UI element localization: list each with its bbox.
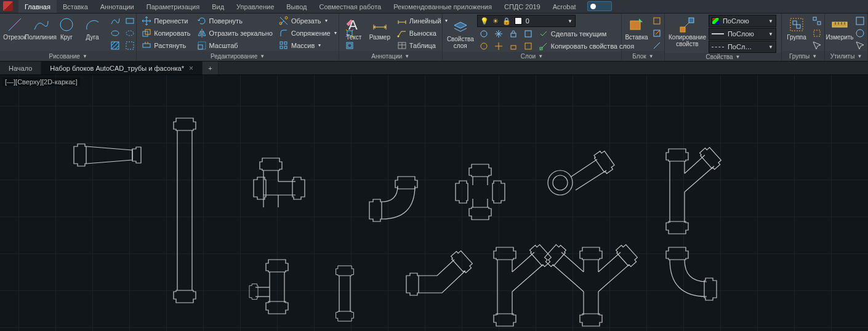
point-button[interactable] bbox=[123, 39, 137, 51]
scale-button[interactable]: Масштаб bbox=[195, 39, 275, 51]
layer-btn1[interactable] bbox=[477, 40, 491, 52]
layer-lock-button[interactable] bbox=[507, 28, 520, 39]
lightbulb-icon: 💡 bbox=[480, 17, 489, 25]
document-tab[interactable]: Набор блоков AutoCAD_трубы и фасонка* × bbox=[41, 62, 203, 74]
text-button[interactable]: A Текст bbox=[342, 15, 366, 42]
layer-btn2[interactable] bbox=[492, 40, 505, 52]
mirror-button[interactable]: Отразить зеркально bbox=[195, 27, 275, 39]
rotate-icon bbox=[197, 16, 207, 26]
layer-combo[interactable]: 💡 ☀ 🔒 0 ▼ bbox=[477, 15, 576, 27]
util-btn3[interactable] bbox=[853, 39, 867, 51]
table-button[interactable]: Таблица bbox=[395, 39, 450, 51]
tab-output[interactable]: Вывод bbox=[280, 0, 313, 13]
group-modify-title[interactable]: Редактирование▼ bbox=[137, 51, 338, 61]
circle-button[interactable]: Круг bbox=[54, 15, 79, 42]
close-icon[interactable]: × bbox=[189, 64, 193, 73]
color-swatch-icon bbox=[712, 17, 719, 25]
polygon-button[interactable] bbox=[123, 27, 137, 39]
polyline-button[interactable]: Полилиния bbox=[28, 15, 53, 42]
group-block-title[interactable]: Блок▼ bbox=[622, 51, 664, 61]
array-icon bbox=[279, 41, 289, 50]
group-layers-title[interactable]: Слои▼ bbox=[443, 52, 621, 61]
svg-rect-30 bbox=[511, 33, 516, 37]
spline-button[interactable] bbox=[108, 15, 122, 26]
group-utilities-title[interactable]: Утилиты▼ bbox=[825, 51, 867, 61]
leader-icon bbox=[397, 28, 407, 38]
hatch-button[interactable] bbox=[108, 39, 122, 51]
fillet-button[interactable]: Сопряжение▾ bbox=[276, 27, 339, 39]
sun-icon: ☀ bbox=[492, 17, 499, 25]
color-combo[interactable]: ПоСлою▼ bbox=[709, 15, 776, 27]
rect-button[interactable] bbox=[123, 15, 137, 26]
layer-btn3[interactable] bbox=[507, 40, 520, 52]
trim-button[interactable]: Обрезать▾ bbox=[276, 15, 339, 26]
util-btn2[interactable] bbox=[853, 27, 867, 39]
arc-icon bbox=[84, 16, 101, 33]
arc-button[interactable]: Дуга bbox=[80, 15, 105, 42]
ribbon-tab-strip: Главная Вставка Аннотации Параметризация… bbox=[0, 0, 868, 14]
ungroup-button[interactable] bbox=[810, 15, 824, 26]
match-props-button[interactable]: Копирование свойств bbox=[667, 15, 707, 49]
svg-rect-9 bbox=[126, 42, 134, 49]
group-properties-title[interactable]: Свойства▼ bbox=[665, 53, 781, 61]
linetype-combo[interactable]: ПоСл…▼ bbox=[709, 41, 776, 53]
tab-spds[interactable]: СПДС 2019 bbox=[498, 0, 547, 13]
tab-manage[interactable]: Управление bbox=[230, 0, 280, 13]
insert-block-button[interactable]: Вставка bbox=[624, 15, 649, 42]
tab-acrobat[interactable]: Acrobat bbox=[547, 0, 582, 13]
svg-line-0 bbox=[9, 18, 21, 31]
layer-freeze-button[interactable] bbox=[492, 28, 505, 39]
util-btn1[interactable] bbox=[853, 15, 867, 26]
ribbon: Отрезок Полилиния Круг Дуга bbox=[0, 14, 868, 62]
stretch-button[interactable]: Растянуть bbox=[139, 39, 193, 51]
tab-home[interactable]: Главная bbox=[18, 0, 57, 13]
ellipse-button[interactable] bbox=[108, 27, 122, 39]
svg-rect-12 bbox=[143, 44, 150, 47]
lineweight-combo[interactable]: ПоСлою▼ bbox=[709, 28, 776, 40]
svg-rect-33 bbox=[511, 46, 516, 49]
tab-insert[interactable]: Вставка bbox=[57, 0, 94, 13]
array-button[interactable]: Массив▾ bbox=[276, 39, 339, 51]
text-icon: A bbox=[345, 16, 363, 33]
make-current-button[interactable]: Сделать текущим bbox=[536, 28, 609, 39]
group-sel-button[interactable] bbox=[810, 39, 824, 51]
tab-view[interactable]: Вид bbox=[206, 0, 230, 13]
tab-collab[interactable]: Совместная работа bbox=[313, 0, 388, 13]
tab-featured[interactable]: Рекомендованные приложения bbox=[387, 0, 498, 13]
layer-props-button[interactable]: Свойства слоя bbox=[445, 17, 476, 50]
group-annotation-title[interactable]: Аннотации▼ bbox=[339, 51, 442, 61]
fillet-icon bbox=[279, 28, 289, 38]
move-button[interactable]: Перенести bbox=[139, 15, 193, 26]
copy-button[interactable]: Копировать bbox=[139, 27, 193, 39]
app-icon[interactable] bbox=[3, 1, 13, 11]
edit-block-button[interactable] bbox=[650, 27, 664, 39]
svg-line-6 bbox=[115, 46, 119, 49]
dimension-button[interactable]: Размер bbox=[368, 15, 392, 42]
group-icon bbox=[788, 16, 805, 33]
layer-btn4[interactable] bbox=[521, 40, 535, 52]
tab-annotate[interactable]: Аннотации bbox=[94, 0, 140, 13]
new-tab-button[interactable]: + bbox=[203, 62, 219, 74]
leader-button[interactable]: Выноска bbox=[395, 27, 450, 39]
drawing-canvas[interactable]: [—][Сверху][2D-каркас] bbox=[0, 75, 868, 331]
linear-dim-button[interactable]: Линейный▾ bbox=[395, 15, 450, 26]
group-groups-title[interactable]: Группы▼ bbox=[782, 51, 824, 61]
layer-iso-button[interactable] bbox=[521, 28, 535, 39]
svg-line-4 bbox=[111, 42, 115, 46]
mirror-icon bbox=[197, 28, 207, 38]
group-draw-title[interactable]: Рисование▼ bbox=[0, 51, 136, 61]
layer-off-button[interactable] bbox=[477, 28, 491, 39]
scale-icon bbox=[197, 41, 207, 50]
line-button[interactable]: Отрезок bbox=[2, 15, 27, 42]
record-indicator[interactable] bbox=[587, 1, 612, 11]
rotate-button[interactable]: Повернуть bbox=[195, 15, 275, 26]
measure-button[interactable]: Измерить bbox=[827, 15, 852, 42]
svg-rect-34 bbox=[525, 43, 531, 49]
create-block-button[interactable] bbox=[650, 15, 664, 26]
start-tab[interactable]: Начало bbox=[0, 62, 41, 74]
group-edit-button[interactable] bbox=[810, 27, 824, 39]
edit-attr-button[interactable] bbox=[650, 39, 664, 51]
group-button[interactable]: Группа bbox=[784, 15, 809, 42]
tab-parametric[interactable]: Параметризация bbox=[140, 0, 206, 13]
svg-rect-43 bbox=[797, 25, 800, 28]
